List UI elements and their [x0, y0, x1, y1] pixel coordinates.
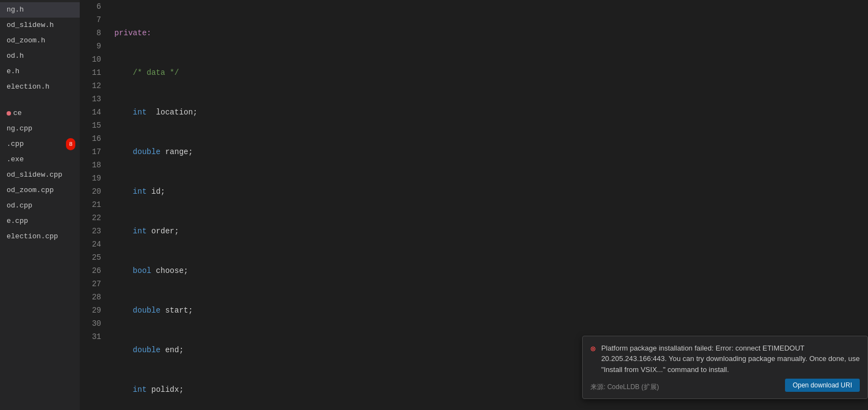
code-line-13: double start; [114, 304, 868, 317]
sidebar-item-od-zoom-h[interactable]: od_zoom.h [0, 33, 80, 48]
sidebar-item-od-slidew-h[interactable]: od_slidew.h [0, 18, 80, 33]
code-line-10: int id; [114, 185, 868, 198]
code-line-11: int order; [114, 225, 868, 238]
notification-popup: ⊗ Platform package installation failed: … [582, 336, 868, 400]
sidebar-item-e-cpp[interactable]: e.cpp [0, 214, 80, 229]
code-line-7: /* data */ [114, 66, 868, 79]
open-download-uri-button[interactable]: Open download URI [785, 379, 860, 392]
sidebar-item-od-slidew-cpp[interactable]: od_slidew.cpp [0, 167, 80, 183]
editor-area: 6 7 8 9 10 11 12 13 14 15 16 17 18 19 20… [80, 0, 868, 410]
sidebar-item-exe[interactable]: .exe [0, 152, 80, 167]
notification-header: ⊗ Platform package installation failed: … [590, 343, 860, 375]
sidebar-item-ng-cpp[interactable]: ng.cpp [0, 121, 80, 136]
code-line-8: int location; [114, 106, 868, 119]
error-count-badge: 8 [66, 138, 75, 150]
notification-source: 来源: CodeLLDB (扩展) [590, 382, 659, 392]
sidebar-item-election-h[interactable]: election.h [0, 79, 80, 95]
sidebar-item-cpp[interactable]: .cpp 8 [0, 136, 80, 152]
error-icon: ⊗ [590, 343, 596, 354]
sidebar: ng.h od_slidew.h od_zoom.h od.h e.h elec… [0, 0, 80, 410]
code-line-12: bool choose; [114, 264, 868, 277]
sidebar-item-ng-h[interactable]: ng.h [0, 2, 80, 18]
sidebar-item-od-h[interactable]: od.h [0, 48, 80, 64]
notification-message: Platform package installation failed: Er… [601, 343, 860, 375]
code-line-6: private: [114, 26, 868, 40]
sidebar-item-ce[interactable]: ce [0, 106, 80, 121]
sidebar-item-od-zoom-cpp[interactable]: od_zoom.cpp [0, 183, 80, 198]
sidebar-item-e-h[interactable]: e.h [0, 64, 80, 79]
sidebar-item-election-cpp[interactable]: election.cpp [0, 229, 80, 244]
notification-footer: 来源: CodeLLDB (扩展) Open download URI [590, 378, 860, 392]
dot-icon [7, 111, 11, 116]
sidebar-item-od-cpp[interactable]: od.cpp [0, 198, 80, 214]
code-line-9: double range; [114, 145, 868, 158]
line-numbers: 6 7 8 9 10 11 12 13 14 15 16 17 18 19 20… [80, 0, 110, 410]
